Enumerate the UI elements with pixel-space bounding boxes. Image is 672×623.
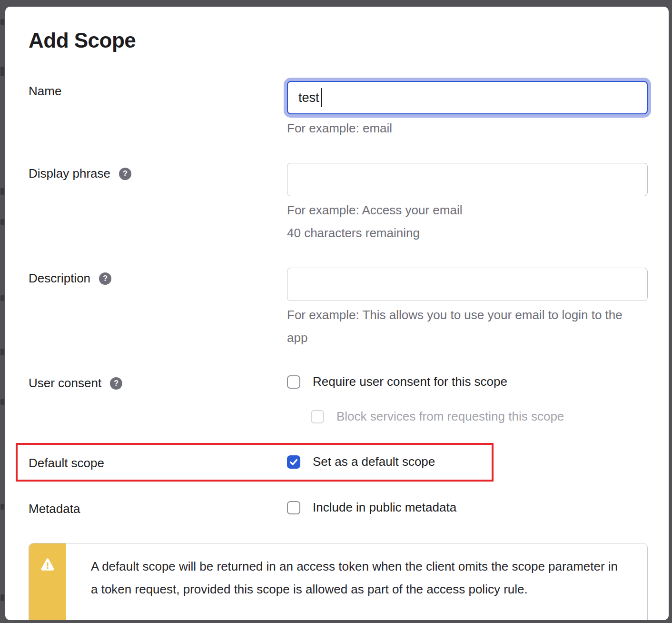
user-consent-label-text: User consent xyxy=(29,376,101,391)
default-scope-warning-callout: A default scope will be returned in an a… xyxy=(29,543,648,620)
default-scope-checkbox-label: Set as a default scope xyxy=(313,454,435,469)
help-icon[interactable]: ? xyxy=(110,377,122,390)
background-artifact xyxy=(0,219,4,225)
user-consent-label: User consent ? xyxy=(29,376,122,391)
description-label: Description ? xyxy=(29,271,111,286)
background-artifact xyxy=(0,295,4,301)
block-services-checkbox-label: Block services from requesting this scop… xyxy=(336,409,564,424)
display-phrase-label: Display phrase ? xyxy=(29,166,131,181)
block-services-checkbox[interactable] xyxy=(311,410,324,423)
metadata-checkbox-label: Include in public metadata xyxy=(313,500,456,515)
warning-icon xyxy=(40,558,55,572)
name-input[interactable]: test xyxy=(287,81,648,114)
help-icon[interactable]: ? xyxy=(119,168,131,180)
description-label-text: Description xyxy=(29,271,90,286)
description-helper-text: For example: This allows you to use your… xyxy=(287,303,642,349)
default-scope-checkbox[interactable] xyxy=(287,455,300,469)
warning-stripe xyxy=(29,543,66,620)
description-input[interactable] xyxy=(287,268,648,301)
metadata-label: Metadata xyxy=(29,502,80,516)
background-artifact xyxy=(0,504,4,510)
default-scope-row: Set as a default scope xyxy=(287,454,435,469)
warning-text: A default scope will be returned in an a… xyxy=(66,543,632,620)
name-label-text: Name xyxy=(29,84,61,99)
metadata-checkbox[interactable] xyxy=(287,501,300,514)
name-label: Name xyxy=(29,84,61,99)
require-consent-row: Require user consent for this scope xyxy=(287,374,507,389)
default-scope-label: Default scope xyxy=(29,456,104,471)
display-phrase-helper-text: For example: Access your email xyxy=(287,199,462,221)
help-icon[interactable]: ? xyxy=(99,272,111,285)
require-consent-checkbox[interactable] xyxy=(287,375,300,389)
metadata-row: Include in public metadata xyxy=(287,500,456,515)
name-input-value: test xyxy=(298,90,319,105)
require-consent-checkbox-label: Require user consent for this scope xyxy=(313,374,507,389)
metadata-label-text: Metadata xyxy=(29,502,80,516)
text-cursor xyxy=(321,88,322,107)
name-helper-text: For example: email xyxy=(287,117,392,140)
background-artifact xyxy=(0,67,4,76)
default-scope-label-text: Default scope xyxy=(29,456,104,471)
background-artifact xyxy=(0,399,4,405)
display-phrase-input[interactable] xyxy=(287,163,648,196)
check-icon xyxy=(288,457,299,467)
display-phrase-counter: 40 characters remaining xyxy=(287,221,420,244)
dialog-title: Add Scope xyxy=(29,29,136,52)
add-scope-dialog: Add Scope Name test For example: email D… xyxy=(5,7,669,620)
background-artifact xyxy=(0,188,4,195)
background-artifact xyxy=(0,349,4,355)
block-services-row: Block services from requesting this scop… xyxy=(311,409,564,424)
display-phrase-label-text: Display phrase xyxy=(29,166,110,181)
background-artifact xyxy=(0,594,4,601)
background-artifact xyxy=(0,19,4,25)
